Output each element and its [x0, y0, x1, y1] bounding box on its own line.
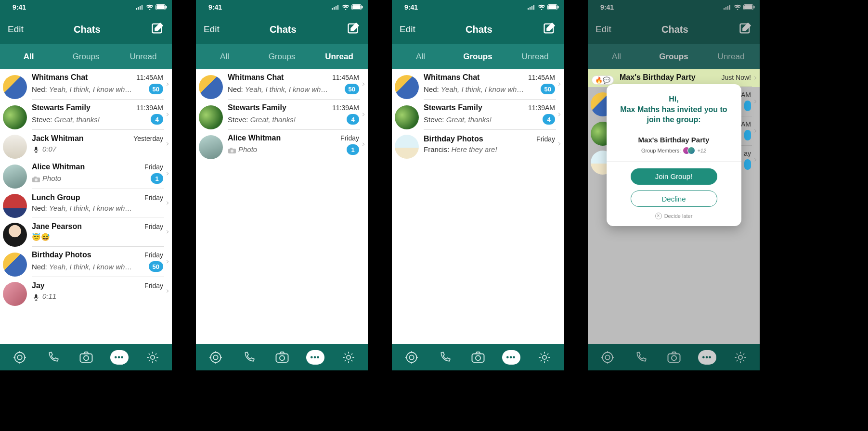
chevron-right-icon: [164, 140, 171, 152]
compose-button[interactable]: [543, 22, 556, 37]
chat-time: AM: [741, 91, 751, 99]
chat-list[interactable]: Whitmans Chat11:45AMNed: Yeah, I think, …: [392, 69, 564, 344]
avatar: [3, 165, 27, 189]
nav-calls[interactable]: [435, 348, 454, 367]
bottom-bar: •••: [588, 344, 760, 370]
svg-rect-37: [754, 6, 755, 9]
chat-row[interactable]: Whitmans Chat11:45AMNed: Yeah, I think, …: [196, 69, 368, 100]
tab-unread[interactable]: Unread: [506, 44, 564, 69]
avatar: [395, 105, 419, 129]
tab-groups[interactable]: Groups: [57, 44, 115, 69]
chat-name: Jane Pearson: [32, 222, 82, 231]
chat-row[interactable]: JayFriday0:11: [0, 277, 172, 306]
sender-name: Ned:: [424, 85, 441, 93]
compose-icon: [543, 22, 556, 35]
signal-icon: [723, 4, 732, 10]
nav-status[interactable]: [206, 348, 225, 367]
decline-button[interactable]: Decline: [631, 190, 717, 207]
camera-icon: [275, 351, 289, 364]
nav-status[interactable]: [402, 348, 421, 367]
message-preview: Yeah, I think, I know wh…: [49, 263, 132, 271]
nav-settings[interactable]: [339, 348, 358, 367]
svg-point-33: [476, 355, 480, 360]
chevron-right-icon: [360, 141, 367, 152]
target-icon: [13, 351, 26, 364]
wifi-icon: [538, 4, 545, 10]
tab-unread[interactable]: Unread: [115, 44, 172, 69]
nav-camera[interactable]: [77, 348, 96, 367]
nav-camera[interactable]: [468, 348, 488, 367]
status-time: 9:41: [404, 3, 418, 11]
chat-time: 11:39AM: [136, 104, 163, 112]
tab-all[interactable]: All: [196, 44, 253, 69]
nav-camera[interactable]: [272, 348, 292, 367]
chat-row[interactable]: Birthday PhotosFridayNed: Yeah, I think,…: [0, 247, 172, 277]
compose-button[interactable]: [151, 22, 164, 37]
edit-button[interactable]: Edit: [400, 24, 415, 35]
svg-rect-41: [668, 354, 680, 362]
svg-point-25: [346, 355, 350, 359]
chat-row[interactable]: Whitmans Chat11:45AMNed: Yeah, I think, …: [0, 69, 172, 100]
chat-row[interactable]: Jane PearsonFriday😇😅: [0, 218, 172, 247]
svg-rect-16: [362, 6, 363, 9]
photo-label: Photo: [238, 145, 257, 153]
edit-button[interactable]: Edit: [8, 24, 24, 35]
tab-all[interactable]: All: [392, 44, 449, 69]
close-icon: ✕: [655, 213, 662, 219]
chat-row[interactable]: Birthday PhotosFridayFrancis: Here they …: [392, 130, 564, 159]
compose-button[interactable]: [347, 22, 360, 37]
chat-row[interactable]: Lunch GroupFridayNed: Yeah, I think, I k…: [0, 189, 172, 218]
chat-row[interactable]: Whitmans Chat11:45AMNed: Yeah, I think, …: [392, 69, 564, 100]
page-title: Chats: [466, 24, 492, 35]
nav-settings[interactable]: [535, 348, 554, 367]
message-preview: Here they are!: [452, 145, 497, 153]
nav-status[interactable]: [10, 348, 29, 367]
status-right: [527, 4, 559, 10]
chat-row[interactable]: Stewarts Family11:39AMSteve: Great, than…: [0, 100, 172, 130]
edit-button: Edit: [596, 24, 611, 35]
screen-all: 9:41 Edit Chats All Groups Unread Whitma…: [0, 0, 172, 370]
chat-time: 11:39AM: [332, 104, 359, 112]
nav-camera: [664, 348, 684, 367]
chat-row[interactable]: Alice WhitmanFridayPhoto1: [196, 130, 368, 160]
chat-bubble-icon: •••: [110, 350, 129, 365]
nav-chats[interactable]: •••: [306, 348, 325, 367]
wifi-icon: [342, 4, 350, 10]
decide-later-button[interactable]: ✕ Decide later: [613, 213, 735, 219]
tab-groups[interactable]: Groups: [449, 44, 506, 69]
status-bar: 9:41: [588, 0, 760, 14]
chat-list[interactable]: Whitmans Chat11:45AMNed: Yeah, I think, …: [0, 69, 172, 344]
chat-row[interactable]: Stewarts Family11:39AMSteve: Great, than…: [392, 100, 564, 130]
message-preview: Great, thanks!: [446, 115, 492, 124]
chat-name: Whitmans Chat: [424, 73, 479, 82]
members-label: Group Members:: [641, 148, 681, 153]
status-right: [135, 4, 167, 10]
message-preview: Yeah, I think, I know wh…: [245, 85, 328, 93]
nav-chats[interactable]: •••: [110, 348, 129, 367]
header: Edit Chats: [392, 14, 564, 44]
nav-settings[interactable]: [143, 348, 162, 367]
chat-row[interactable]: Jack WhitmanYesterday0:07: [0, 130, 172, 159]
chat-name: Jack Whitman: [32, 134, 84, 143]
svg-point-12: [84, 355, 89, 360]
tab-unread[interactable]: Unread: [311, 44, 368, 69]
join-group-button[interactable]: Join Group!: [631, 168, 717, 185]
edit-button[interactable]: Edit: [204, 24, 220, 35]
compose-icon: [347, 22, 360, 35]
tab-all[interactable]: All: [0, 44, 57, 69]
tab-groups[interactable]: Groups: [253, 44, 311, 69]
chat-list[interactable]: Whitmans Chat11:45AMNed: Yeah, I think, …: [196, 69, 368, 344]
chat-time: Yesterday: [133, 135, 163, 142]
nav-chats[interactable]: •••: [502, 348, 521, 367]
svg-rect-20: [230, 148, 233, 149]
nav-calls[interactable]: [43, 348, 63, 367]
svg-point-43: [738, 355, 742, 359]
svg-point-40: [605, 355, 609, 359]
screen-unread: 9:41 Edit Chats All Groups Unread Whitma…: [196, 0, 368, 370]
chat-row[interactable]: Alice WhitmanFridayPhoto1: [0, 159, 172, 189]
chat-name: Stewarts Family: [32, 103, 91, 112]
nav-calls[interactable]: [239, 348, 259, 367]
member-avatars: [683, 147, 695, 154]
chat-row[interactable]: Stewarts Family11:39AMSteve: Great, than…: [196, 100, 368, 130]
chevron-right-icon: [360, 111, 367, 123]
